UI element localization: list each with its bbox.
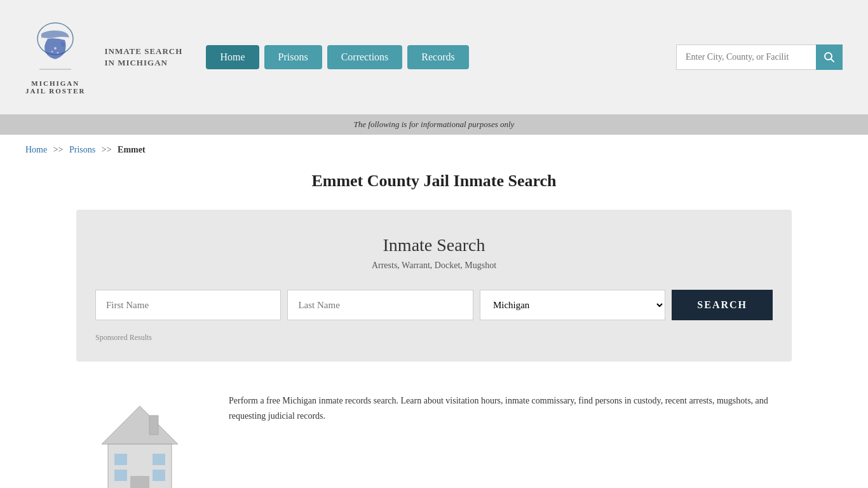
header-search-area xyxy=(676,44,843,70)
svg-rect-10 xyxy=(114,454,127,465)
logo-area: MICHIGAN JAIL ROSTER xyxy=(25,20,85,95)
logo-text: MICHIGAN JAIL ROSTER xyxy=(25,79,85,95)
bottom-section: Perform a free Michigan inmate records s… xyxy=(0,381,868,488)
breadcrumb-home[interactable]: Home xyxy=(25,145,47,154)
breadcrumb-sep-2: >> xyxy=(102,145,112,154)
first-name-input[interactable] xyxy=(95,290,281,320)
state-select[interactable]: Michigan xyxy=(480,290,665,320)
breadcrumb-current: Emmet xyxy=(118,145,146,154)
search-box-title: Inmate Search xyxy=(95,235,773,255)
sponsored-label: Sponsored Results xyxy=(95,333,773,342)
header-search-button[interactable] xyxy=(816,44,843,70)
svg-point-1 xyxy=(54,47,57,50)
breadcrumb-sep-1: >> xyxy=(53,145,64,154)
header-search-input[interactable] xyxy=(676,44,816,70)
nav-records[interactable]: Records xyxy=(407,45,468,69)
info-bar: The following is for informational purpo… xyxy=(0,114,868,135)
nav-prisons[interactable]: Prisons xyxy=(264,45,322,69)
search-box-subtitle: Arrests, Warrant, Docket, Mugshot xyxy=(95,261,773,271)
svg-rect-14 xyxy=(149,416,158,435)
svg-line-6 xyxy=(831,59,834,62)
svg-point-3 xyxy=(57,52,59,54)
michigan-logo-icon xyxy=(30,20,81,77)
svg-rect-12 xyxy=(114,470,127,481)
nav-corrections[interactable]: Corrections xyxy=(327,45,403,69)
search-fields: Michigan SEARCH xyxy=(95,290,773,320)
info-bar-text: The following is for informational purpo… xyxy=(354,119,515,129)
nav-home[interactable]: Home xyxy=(206,45,259,69)
search-submit-button[interactable]: SEARCH xyxy=(672,290,773,320)
breadcrumb: Home >> Prisons >> Emmet xyxy=(0,135,868,165)
svg-point-2 xyxy=(51,51,53,53)
bottom-description: Perform a free Michigan inmate records s… xyxy=(229,393,792,424)
search-icon xyxy=(824,51,835,63)
svg-marker-7 xyxy=(102,406,178,444)
inmate-search-box: Inmate Search Arrests, Warrant, Docket, … xyxy=(76,210,792,362)
page-title: Emmet County Jail Inmate Search xyxy=(0,172,868,191)
main-nav: Home Prisons Corrections Records xyxy=(206,45,657,69)
site-title: INMATE SEARCH IN MICHIGAN xyxy=(104,46,187,69)
svg-rect-13 xyxy=(153,470,165,481)
site-header: MICHIGAN JAIL ROSTER INMATE SEARCH IN MI… xyxy=(0,0,868,114)
last-name-input[interactable] xyxy=(287,290,473,320)
building-image xyxy=(76,393,203,488)
breadcrumb-prisons[interactable]: Prisons xyxy=(69,145,95,154)
svg-rect-11 xyxy=(153,454,165,465)
svg-rect-9 xyxy=(130,476,149,488)
building-icon xyxy=(76,393,203,488)
